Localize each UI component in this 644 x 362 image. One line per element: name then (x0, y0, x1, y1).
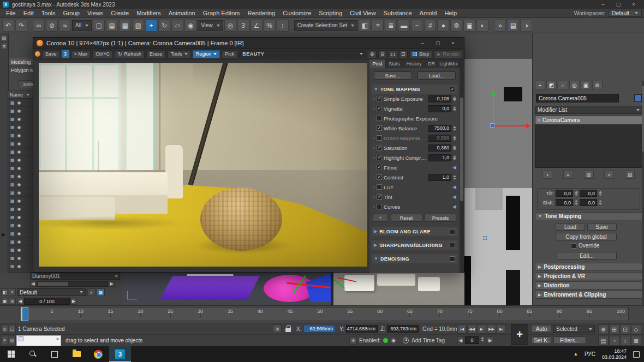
play-button[interactable]: ▶ (477, 324, 486, 334)
mini-listener-window[interactable]: × (16, 335, 61, 346)
shift-y-field[interactable]: 0,0 (580, 199, 597, 206)
go-to-start-button[interactable]: |◀ (457, 324, 467, 334)
notification-center-icon[interactable] (633, 351, 640, 358)
grid-filter-icon[interactable]: ▦ (97, 288, 105, 296)
create-tab-icon[interactable]: + (535, 81, 545, 89)
language-indicator[interactable]: РУС (585, 351, 595, 357)
field-of-view-icon[interactable]: ◇ (631, 324, 641, 334)
contrast-value-field[interactable]: 1,0 (428, 174, 451, 181)
menu-animation[interactable]: Animation (165, 9, 199, 17)
tone-row-filmic[interactable]: ≡Filmic◀ (372, 162, 457, 172)
vfb-refresh-button[interactable]: ↻Refresh (115, 50, 145, 58)
vfb-close-button[interactable]: × (445, 39, 461, 47)
previous-frame-button[interactable]: ◀◀ (467, 324, 476, 334)
keys-mini-icon[interactable]: ≋ (9, 298, 16, 305)
pin-stack-icon[interactable]: ▪ (542, 171, 552, 179)
rendered-frame-window-icon[interactable]: ▣ (463, 20, 475, 32)
vfb-panel-scrollbar[interactable] (460, 59, 464, 273)
vfb-tab-lightmix[interactable]: LightMix (438, 59, 460, 68)
section-bloom-and-glare[interactable]: ▶BLOOM AND GLARE (372, 227, 457, 236)
vignette-checkbox[interactable] (377, 106, 382, 111)
zoom-extents-icon[interactable]: ⊡ (620, 324, 630, 334)
set-key-button[interactable]: Set K. (532, 336, 551, 344)
viewport-front[interactable] (464, 33, 532, 188)
timeline-tick-15[interactable]: 15 (108, 309, 114, 321)
tone-mapping-checkbox[interactable] (450, 87, 455, 92)
material-editor-icon[interactable]: ● (437, 20, 449, 32)
visibility-eye-icon[interactable]: ◉ (17, 141, 21, 146)
simple-exposure-value-field[interactable]: 0,108 (428, 95, 451, 102)
scroll-right-button[interactable]: ▶ (109, 281, 115, 287)
drag-handle-icon[interactable]: ≡ (373, 107, 375, 111)
vfb-tab-history[interactable]: History (403, 59, 425, 68)
value-spinner[interactable] (453, 96, 456, 101)
select-and-scale-icon[interactable]: ▱ (171, 20, 183, 32)
drag-handle-icon[interactable]: ≡ (373, 156, 375, 160)
vfb-channel-dropdown[interactable]: BEAUTY (239, 50, 366, 58)
key-mode-icon[interactable]: ⊙ (349, 336, 357, 345)
timeline-scrubber[interactable] (21, 307, 28, 321)
timeline-tick-85[interactable]: 85 (527, 309, 532, 321)
drag-handle-icon[interactable]: ≡ (373, 136, 375, 140)
override-checkbox[interactable] (571, 243, 576, 249)
next-frame-button[interactable]: ▶▶ (487, 324, 496, 334)
drag-handle-icon[interactable]: ≡ (373, 117, 375, 120)
green-magenta-tint-value-field[interactable]: 0,568 (428, 135, 451, 142)
tone-row-green-magenta-tint[interactable]: ≡Green-Magenta Tint0,568 (372, 133, 457, 143)
name-column-header[interactable]: Name (10, 92, 23, 98)
current-frame-field[interactable]: 0 (465, 336, 479, 344)
auto-key-button[interactable]: Auto (532, 325, 551, 333)
record-icon[interactable]: ◉ (390, 336, 397, 345)
remove-modifier-icon[interactable]: × (604, 171, 614, 179)
vfb-minimize-button[interactable]: – (415, 39, 430, 47)
frame-back-button[interactable]: ◀ (457, 336, 464, 344)
timeline-tick-40[interactable]: 40 (258, 309, 263, 321)
maxscript-mini-icon[interactable]: ≡ (1, 336, 8, 345)
drag-handle-icon[interactable]: ≡ (373, 97, 375, 101)
visibility-eye-icon[interactable]: ◉ (17, 125, 21, 130)
timeline-tick-20[interactable]: 20 (138, 309, 143, 321)
menu-arnold[interactable]: Arnold (416, 9, 441, 17)
gizmo-y-axis[interactable] (493, 94, 494, 126)
maximize-viewport-icon[interactable]: ⊠ (631, 336, 641, 346)
menu-group[interactable]: Group (59, 9, 84, 17)
angle-snap-icon[interactable]: ∠ (251, 20, 263, 32)
orbit-icon[interactable]: ◔ (609, 336, 619, 346)
visibility-eye-icon[interactable]: ◉ (17, 117, 21, 122)
photographic-exposure-checkbox[interactable] (377, 116, 382, 121)
visibility-eye-icon[interactable]: ◉ (17, 248, 21, 252)
visibility-eye-icon[interactable]: ◉ (17, 108, 21, 113)
section-checkbox[interactable] (450, 229, 455, 234)
timeline-tick-75[interactable]: 75 (467, 309, 473, 321)
timeline-tick-80[interactable]: 80 (497, 309, 503, 321)
timeline-tick-45[interactable]: 45 (288, 309, 293, 321)
tone-row-photographic-exposure[interactable]: ≡Photographic Exposure (372, 113, 457, 123)
menu-rendering[interactable]: Rendering (244, 9, 279, 17)
expander-arrow-icon[interactable]: ◀ (452, 165, 456, 170)
tone-mapping-save-button[interactable]: Save (587, 223, 617, 231)
vfb-region-dropdown[interactable]: Region (193, 50, 220, 58)
timeline-tick-25[interactable]: 25 (168, 309, 173, 321)
vfb-tab-dr[interactable]: DR (425, 59, 438, 68)
timeline-tick-90[interactable]: 90 (557, 309, 562, 321)
tone-row-lut[interactable]: ≡LUT◀ (372, 182, 457, 192)
utilities-tab-icon[interactable]: ⊚ (592, 81, 603, 89)
visibility-eye-icon[interactable]: ◉ (17, 239, 21, 244)
vfb-config-load-button[interactable]: Load... (418, 71, 456, 80)
vfb-title-bar[interactable]: Corona 10 | 974×487px (1:1) | Camera: Co… (33, 38, 464, 49)
align-icon[interactable]: ≡ (372, 20, 384, 32)
tone-row-saturation[interactable]: ≡Saturation0,360 (372, 143, 457, 153)
start-button[interactable] (0, 346, 22, 362)
frame-forward-button[interactable]: ▶ (487, 336, 493, 344)
value-spinner[interactable] (453, 106, 456, 111)
zoom-icon[interactable]: ⊕ (598, 324, 609, 334)
track-selection-row[interactable]: Dummy001 (30, 273, 120, 280)
rectangular-selection-region-icon[interactable]: ▦ (119, 20, 131, 32)
default-set-dropdown[interactable]: Default (17, 288, 86, 296)
range-left-button[interactable]: ◀ (17, 298, 23, 305)
viewport-camera-strip[interactable] (331, 273, 464, 305)
layer-manager-icon[interactable]: ≣ (385, 20, 397, 32)
visibility-eye-icon[interactable]: ◉ (17, 158, 21, 162)
expand-arrow-icon[interactable]: ▼ (374, 256, 378, 261)
render-production-icon[interactable]: ◐ (476, 20, 488, 32)
